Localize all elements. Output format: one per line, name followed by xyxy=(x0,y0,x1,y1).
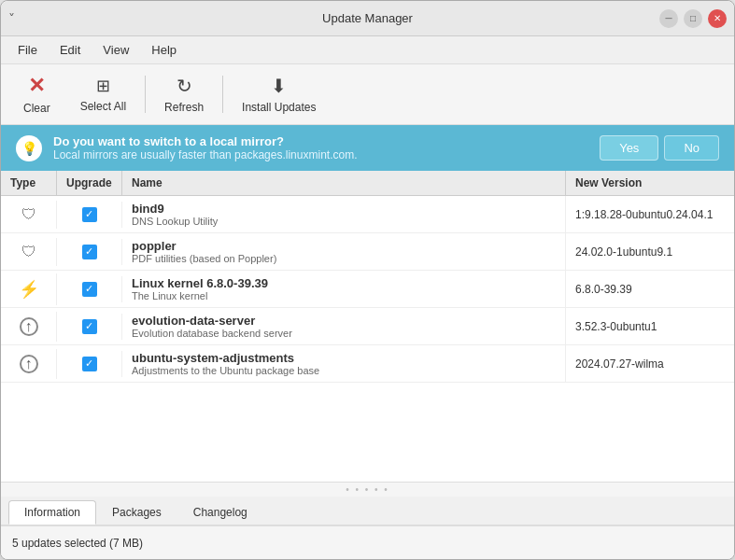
version-cell: 2024.07.27-wilma xyxy=(566,352,734,376)
toolbar-separator-2 xyxy=(222,76,223,113)
col-version: New Version xyxy=(566,171,734,195)
window-menu-icon[interactable]: ˅ xyxy=(8,11,15,26)
install-icon: ⬇ xyxy=(271,75,287,97)
tab-packages[interactable]: Packages xyxy=(96,500,177,525)
table-row: ↑ ✓ evolution-data-server Evolution data… xyxy=(1,308,734,345)
table-header: Type Upgrade Name New Version xyxy=(1,171,734,196)
banner-title: Do you want to switch to a local mirror? xyxy=(53,134,588,148)
checkbox-ubuntu-adj[interactable]: ✓ xyxy=(82,357,97,371)
select-all-button[interactable]: ⊞ Select All xyxy=(65,70,141,119)
resize-handle[interactable]: • • • • • xyxy=(1,483,734,497)
upload-icon: ↑ xyxy=(20,317,38,336)
local-mirror-banner: 💡 Do you want to switch to a local mirro… xyxy=(1,125,734,171)
pkg-desc: The Linux kernel xyxy=(132,290,207,301)
yes-button[interactable]: Yes xyxy=(600,135,658,161)
table-row: 🛡 ✓ bind9 DNS Lookup Utility 1:9.18.28-0… xyxy=(1,196,734,233)
upgrade-cell: ✓ xyxy=(57,314,122,340)
no-button[interactable]: No xyxy=(664,135,719,161)
version-cell: 1:9.18.28-0ubuntu0.24.04.1 xyxy=(566,203,734,227)
drag-dots-icon: • • • • • xyxy=(346,484,389,495)
clear-label: Clear xyxy=(23,102,50,115)
upload-icon-2: ↑ xyxy=(20,355,38,373)
checkbox-evolution[interactable]: ✓ xyxy=(82,319,97,334)
banner-icon: 💡 xyxy=(16,135,42,161)
name-cell: evolution-data-server Evolution database… xyxy=(122,308,566,344)
shield-icon: 🛡 xyxy=(21,244,36,260)
table-row: ↑ ✓ ubuntu-system-adjustments Adjustment… xyxy=(1,345,734,383)
menu-edit[interactable]: Edit xyxy=(50,41,90,59)
shield-icon: 🛡 xyxy=(21,206,36,223)
table-row: ⚡ ✓ Linux kernel 6.8.0-39.39 The Linux k… xyxy=(1,271,734,308)
maximize-button[interactable]: □ xyxy=(684,9,702,28)
upgrade-cell: ✓ xyxy=(57,239,122,265)
status-text: 5 updates selected (7 MB) xyxy=(12,537,143,550)
name-cell: bind9 DNS Lookup Utility xyxy=(122,196,566,232)
toolbar-separator-1 xyxy=(145,76,146,113)
statusbar: 5 updates selected (7 MB) xyxy=(1,525,734,559)
toolbar: ✕ Clear ⊞ Select All ↻ Refresh ⬇ Install… xyxy=(1,64,734,125)
pkg-name: ubuntu-system-adjustments xyxy=(132,351,294,365)
pkg-desc: Adjustments to the Ubuntu package base xyxy=(132,365,319,376)
select-all-icon: ⊞ xyxy=(96,76,110,96)
type-cell: 🛡 xyxy=(1,201,57,229)
updates-table: Type Upgrade Name New Version 🛡 ✓ bind9 … xyxy=(1,171,734,483)
pkg-desc: DNS Lookup Utility xyxy=(132,216,218,227)
titlebar-left: ˅ xyxy=(8,11,15,26)
pkg-name: Linux kernel 6.8.0-39.39 xyxy=(132,276,268,290)
checkbox-kernel[interactable]: ✓ xyxy=(82,282,97,297)
minimize-button[interactable]: ─ xyxy=(659,9,678,28)
upgrade-cell: ✓ xyxy=(57,202,122,228)
col-name: Name xyxy=(122,171,566,195)
col-upgrade: Upgrade xyxy=(57,171,122,195)
upgrade-cell: ✓ xyxy=(57,276,122,302)
version-cell: 3.52.3-0ubuntu1 xyxy=(566,315,734,339)
name-cell: ubuntu-system-adjustments Adjustments to… xyxy=(122,345,566,382)
checkbox-poppler[interactable]: ✓ xyxy=(82,245,97,259)
pkg-desc: PDF utilities (based on Poppler) xyxy=(132,253,276,264)
pkg-name: poppler xyxy=(132,239,177,253)
menubar: File Edit View Help xyxy=(1,36,734,64)
refresh-icon: ↻ xyxy=(177,75,192,97)
type-cell: ↑ xyxy=(1,349,57,379)
table-row: 🛡 ✓ poppler PDF utilities (based on Popp… xyxy=(1,233,734,271)
titlebar: ˅ Update Manager ─ □ ✕ xyxy=(1,1,734,36)
checkbox-bind9[interactable]: ✓ xyxy=(82,207,97,222)
install-updates-button[interactable]: ⬇ Install Updates xyxy=(227,69,331,119)
menu-help[interactable]: Help xyxy=(142,41,186,59)
refresh-button[interactable]: ↻ Refresh xyxy=(149,69,219,119)
close-button[interactable]: ✕ xyxy=(708,9,727,28)
pkg-name: bind9 xyxy=(132,202,164,216)
window-title: Update Manager xyxy=(322,11,413,25)
clear-icon: ✕ xyxy=(28,74,45,98)
version-cell: 6.8.0-39.39 xyxy=(566,277,734,301)
name-cell: Linux kernel 6.8.0-39.39 The Linux kerne… xyxy=(122,271,566,307)
tab-information[interactable]: Information xyxy=(8,500,96,525)
pkg-desc: Evolution database backend server xyxy=(132,328,292,339)
install-label: Install Updates xyxy=(242,101,316,114)
version-cell: 24.02.0-1ubuntu9.1 xyxy=(566,240,734,264)
window-controls: ─ □ ✕ xyxy=(659,9,727,28)
lightbulb-icon: 💡 xyxy=(21,141,37,156)
upgrade-cell: ✓ xyxy=(57,351,122,377)
banner-text: Do you want to switch to a local mirror?… xyxy=(53,134,588,161)
pkg-name: evolution-data-server xyxy=(132,314,255,328)
type-cell: ⚡ xyxy=(1,273,57,305)
type-cell: ↑ xyxy=(1,312,57,342)
refresh-label: Refresh xyxy=(164,101,204,114)
lightning-icon: ⚡ xyxy=(19,279,39,300)
menu-file[interactable]: File xyxy=(8,41,47,59)
name-cell: poppler PDF utilities (based on Poppler) xyxy=(122,233,566,270)
main-window: ˅ Update Manager ─ □ ✕ File Edit View He… xyxy=(0,0,735,560)
menu-view[interactable]: View xyxy=(93,41,138,59)
tab-changelog[interactable]: Changelog xyxy=(177,500,263,525)
col-type: Type xyxy=(1,171,57,195)
bottom-tabs: Information Packages Changelog xyxy=(1,497,734,525)
banner-subtitle: Local mirrors are usually faster than pa… xyxy=(53,148,588,161)
select-all-label: Select All xyxy=(80,100,126,113)
banner-actions: Yes No xyxy=(600,135,719,161)
clear-button[interactable]: ✕ Clear xyxy=(8,68,65,120)
type-cell: 🛡 xyxy=(1,238,57,266)
